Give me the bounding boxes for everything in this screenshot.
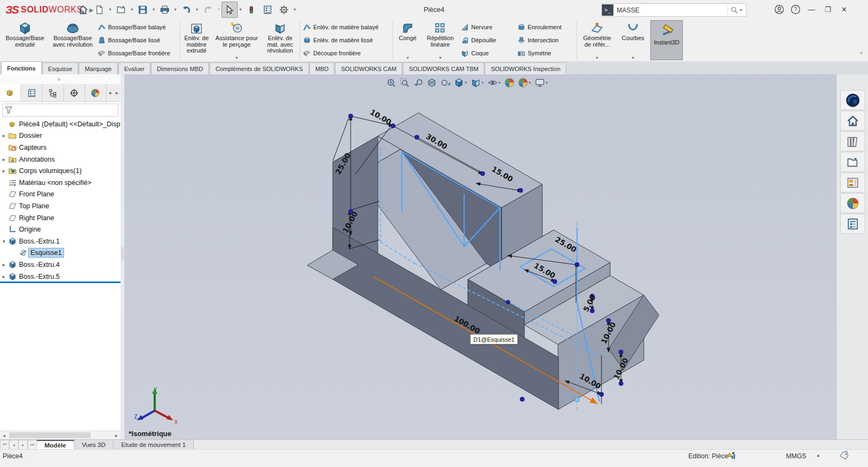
curves-caret[interactable]: ▾ — [632, 55, 634, 61]
lofted-cut-button[interactable]: Enlèv. de matière lissé — [303, 35, 390, 46]
swept-cut-button[interactable]: Enlèv. de matière balayé — [303, 22, 390, 33]
3dexperience-icon[interactable] — [840, 90, 865, 110]
performance-icon[interactable] — [726, 451, 736, 463]
minimize-button[interactable]: — — [803, 2, 820, 17]
fillet-button[interactable]: Congé ▾ — [394, 19, 422, 61]
manager-tabs-scroll-left[interactable]: ◂ — [106, 84, 113, 101]
shell-button[interactable]: Coque — [461, 48, 513, 59]
print-caret[interactable]: ▾ — [173, 7, 178, 12]
tree-item-annotations[interactable]: ▸A Annotations — [0, 153, 121, 165]
print-button[interactable] — [156, 2, 173, 18]
swept-boss-button[interactable]: Bossage/Base balayé — [98, 22, 177, 33]
model-tab[interactable]: Modèle — [37, 440, 74, 450]
view-settings-icon[interactable]: ▾ — [534, 76, 549, 89]
tree-item-capteurs[interactable]: Capteurs — [0, 142, 121, 153]
first-tab-button[interactable]: ⏮ — [0, 440, 9, 450]
lofted-boss-button[interactable]: Bossage/Base lissé — [98, 35, 177, 46]
apply-scene-icon[interactable]: ▾ — [517, 76, 533, 89]
home-tab-icon[interactable] — [840, 111, 865, 131]
scroll-thumb[interactable] — [9, 432, 91, 438]
tree-item-front-plane[interactable]: Front Plane — [0, 189, 121, 201]
last-tab-button[interactable]: ⏭ — [28, 440, 37, 450]
custom-properties-icon[interactable] — [840, 214, 865, 234]
view-orientation-icon[interactable]: ▾ — [453, 76, 468, 89]
manager-tabs-scroll-right[interactable]: ▸ — [113, 84, 121, 101]
displaymanager-tab[interactable] — [85, 84, 106, 101]
hole-wizard-caret[interactable]: ▾ — [236, 55, 238, 61]
section-view-icon[interactable] — [426, 76, 438, 89]
linear-pattern-button[interactable]: Répétition linéaire ▾ — [422, 19, 459, 61]
expand-arrow[interactable]: ▸ — [0, 274, 8, 279]
revolved-boss-button[interactable]: Bossage/Base avec révolution — [50, 19, 96, 61]
tab-fonctions[interactable]: Fonctions — [1, 61, 42, 74]
linear-pattern-caret[interactable]: ▾ — [439, 55, 441, 61]
ribbon-collapse-chevron[interactable]: ⌃ — [859, 52, 864, 57]
help-button[interactable] — [787, 2, 803, 17]
tree-item-right-plane[interactable]: Right Plane — [0, 212, 121, 224]
redo-button[interactable] — [200, 2, 216, 18]
tab-esquisse[interactable]: Esquisse — [42, 62, 79, 74]
rollback-bar[interactable] — [0, 282, 121, 283]
tree-item-esquisse1[interactable]: Esquisse1 — [0, 247, 121, 259]
tab-solidworks-cam-tbm[interactable]: SOLIDWORKS CAM TBM — [403, 62, 484, 74]
reference-geometry-button[interactable]: Géométrie de référ... ▾ — [578, 19, 617, 61]
close-button[interactable]: ✕ — [836, 2, 852, 17]
extruded-cut-button[interactable]: Enlèv. de matière extrudé — [181, 19, 212, 61]
tab-dimensions-mbd[interactable]: Dimensions MBD — [151, 62, 209, 74]
dimxpertmanager-tab[interactable] — [64, 84, 85, 101]
hole-wizard-button[interactable]: Assistance pour le perçage ▾ — [212, 19, 261, 61]
file-explorer-icon[interactable] — [840, 152, 865, 172]
rebuild-traffic-light-button[interactable] — [243, 2, 259, 18]
search-input[interactable] — [613, 7, 727, 14]
scroll-right-arrow[interactable]: ▸ — [112, 433, 121, 438]
expand-arrow[interactable]: ▸ — [0, 168, 8, 174]
panel-splitter-horizontal[interactable] — [0, 74, 121, 85]
options-caret[interactable]: ▾ — [292, 7, 297, 12]
model-canvas[interactable]: 10.0025.0030.0015.0010.0025.0015.005.001… — [124, 74, 836, 439]
tree-filter[interactable] — [2, 104, 118, 117]
boundary-cut-button[interactable]: Découpe frontière — [303, 48, 390, 59]
open-caret[interactable]: ▾ — [129, 7, 135, 12]
boundary-boss-button[interactable]: Bossage/Base frontière — [98, 48, 177, 59]
collapse-arrow[interactable]: ▾ — [0, 239, 8, 244]
tree-filter-input[interactable] — [15, 106, 118, 114]
search-box[interactable]: >_ ▾ — [601, 3, 746, 17]
view-palette-icon[interactable] — [840, 172, 865, 193]
status-units[interactable]: MMGS — [786, 452, 806, 460]
restore-button[interactable]: ❐ — [820, 2, 836, 17]
search-magnifier-icon[interactable]: ▾ — [727, 6, 746, 14]
expand-arrow[interactable]: ▸ — [0, 262, 8, 267]
open-button[interactable] — [113, 2, 129, 18]
tree-item-boss-extru1[interactable]: ▾ Boss.-Extru.1 — [0, 235, 121, 247]
units-dropdown-arrow[interactable]: ▴ — [817, 452, 820, 458]
dimension-label[interactable]: 10.00 — [369, 107, 393, 126]
revolved-cut-button[interactable]: Enlèv. de mat. avec révolution — [261, 19, 299, 61]
featuremanager-tab[interactable] — [0, 84, 21, 101]
appearances-icon[interactable] — [840, 193, 865, 213]
edit-appearance-icon[interactable] — [503, 76, 516, 89]
fillet-caret[interactable]: ▾ — [407, 55, 409, 61]
instant3d-button[interactable]: Instant3D — [650, 20, 683, 60]
new-document-button[interactable] — [91, 2, 107, 18]
hide-show-items-icon[interactable]: ▾ — [486, 76, 502, 89]
account-button[interactable] — [771, 2, 787, 17]
extruded-boss-button[interactable]: Bossage/Base extrudé — [0, 19, 50, 61]
propertymanager-tab[interactable] — [21, 84, 42, 101]
scroll-left-arrow[interactable]: ◂ — [0, 433, 8, 438]
prev-tab-button[interactable]: ◂ — [9, 440, 18, 450]
previous-view-icon[interactable] — [412, 76, 425, 89]
design-library-icon[interactable] — [840, 131, 865, 151]
new-caret[interactable]: ▾ — [107, 7, 113, 12]
curves-button[interactable]: Courbes ▾ — [617, 19, 649, 61]
part-model[interactable] — [307, 113, 659, 410]
tab-evaluer[interactable]: Evaluer — [118, 62, 150, 74]
draft-button[interactable]: Dépouille — [461, 35, 513, 46]
intersect-button[interactable]: Intersection — [517, 35, 574, 46]
tree-item-corps-volumiques[interactable]: ▸ Corps volumiques(1) — [0, 165, 121, 177]
tree-item-boss-extru4[interactable]: ▸ Boss.-Extru.4 — [0, 259, 121, 271]
mirror-button[interactable]: Symétrie — [517, 48, 574, 59]
tree-horizontal-scrollbar[interactable]: ◂ ▸ — [0, 431, 121, 439]
zoom-to-area-icon[interactable] — [398, 76, 411, 89]
motion-study-tab[interactable]: Etude de mouvement 1 — [113, 440, 194, 450]
next-tab-button[interactable]: ▸ — [18, 440, 28, 450]
